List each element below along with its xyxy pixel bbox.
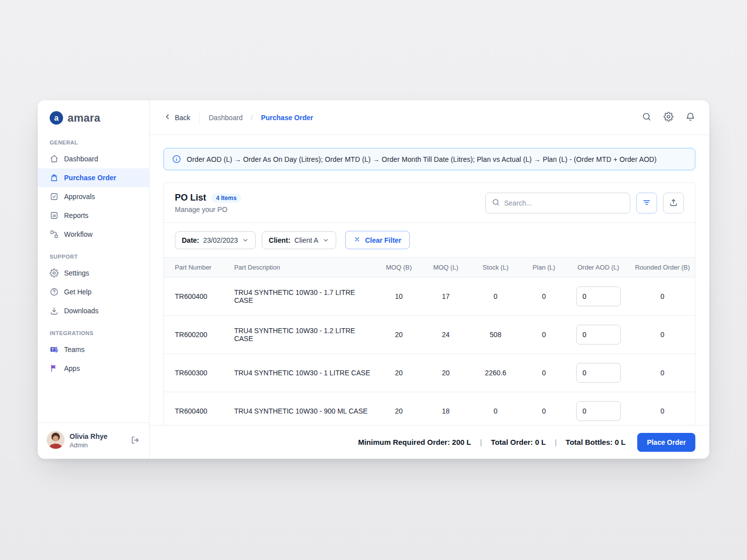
help-icon [50, 287, 59, 296]
sidebar-item-downloads[interactable]: Downloads [38, 301, 149, 320]
sidebar-item-workflow[interactable]: Workflow [38, 225, 149, 244]
sidebar-item-label: Settings [64, 269, 89, 277]
sidebar-item-label: Approvals [64, 193, 95, 201]
sidebar-item-apps[interactable]: Apps [38, 359, 149, 378]
search-input[interactable] [504, 199, 624, 207]
cell-part-number: TR600400 [164, 278, 229, 316]
sidebar-item-dashboard[interactable]: Dashboard [38, 149, 149, 168]
po-subtitle: Manage your PO [175, 206, 241, 213]
main-area: Back Dashboard / Purchase Order [149, 100, 709, 459]
settings-button[interactable] [664, 112, 673, 123]
search-button[interactable] [642, 112, 652, 123]
date-filter-value: 23/02/2023 [203, 236, 238, 244]
column-header-part-number: Part Number [164, 258, 229, 278]
sidebar-item-settings[interactable]: Settings [38, 264, 149, 282]
column-header-stock-l: Stock (L) [470, 258, 521, 278]
workflow-icon [50, 230, 59, 239]
cell-part-number: TR600300 [164, 354, 229, 392]
sidebar-item-label: Reports [64, 211, 88, 219]
po-list-header: PO List 4 Items Manage your PO [164, 183, 695, 222]
cell-part-number: TR600200 [164, 316, 229, 354]
logout-button[interactable] [131, 435, 140, 446]
cell-moq-b: 20 [376, 392, 422, 425]
logo-text: amara [68, 112, 100, 125]
notifications-button[interactable] [685, 112, 695, 123]
page-title: PO List [175, 193, 206, 203]
search-icon [642, 112, 652, 123]
bell-icon [685, 112, 695, 123]
logout-icon [131, 435, 140, 446]
cell-plan-l: 0 [521, 278, 566, 316]
breadcrumb-current: Purchase Order [261, 114, 313, 122]
upload-icon [669, 198, 678, 209]
sidebar-item-label: Purchase Order [64, 174, 116, 182]
cell-stock-l: 2260.6 [470, 354, 521, 392]
chevron-left-icon [163, 113, 171, 122]
logo-icon: a [50, 111, 63, 125]
info-banner: Order AOD (L) → Order As On Day (Litres)… [163, 148, 695, 170]
breadcrumb-separator: / [251, 114, 253, 122]
table-row: TR600300 TRU4 SYNTHETIC 10W30 - 1 LITRE … [164, 354, 695, 392]
back-button[interactable]: Back [163, 113, 190, 122]
approvals-icon [50, 192, 59, 201]
sidebar-item-get-help[interactable]: Get Help [38, 282, 149, 301]
cell-rounded-order-b: 0 [630, 316, 695, 354]
column-header-moq-b: MOQ (B) [376, 258, 422, 278]
breadcrumb-dashboard[interactable]: Dashboard [209, 114, 243, 122]
order-aod-input[interactable] [576, 401, 621, 421]
cell-moq-l: 18 [422, 392, 470, 425]
nav-section-label-support: SUPPORT [38, 244, 149, 264]
column-header-moq-l: MOQ (L) [422, 258, 470, 278]
sidebar-item-label: Downloads [64, 307, 98, 315]
filter-button[interactable] [636, 193, 657, 213]
clear-filter-button[interactable]: Clear Filter [345, 231, 410, 249]
client-filter-label: Client: [269, 236, 291, 244]
top-bar: Back Dashboard / Purchase Order [149, 100, 709, 135]
column-header-plan-l: Plan (L) [521, 258, 566, 278]
column-header-part-description: Part Description [229, 258, 376, 278]
client-filter-dropdown[interactable]: Client: Client A [262, 231, 336, 249]
order-aod-input[interactable] [576, 286, 621, 306]
cell-stock-l: 508 [470, 316, 521, 354]
cell-moq-l: 24 [422, 316, 470, 354]
cell-moq-b: 20 [376, 354, 422, 392]
info-icon [172, 154, 181, 164]
place-order-button[interactable]: Place Order [637, 433, 695, 452]
divider [199, 111, 200, 124]
order-aod-input[interactable] [576, 363, 621, 383]
sidebar-item-purchase-order[interactable]: Purchase Order [38, 168, 149, 187]
page-content: Order AOD (L) → Order As On Day (Litres)… [149, 135, 709, 425]
cell-moq-l: 20 [422, 354, 470, 392]
cell-stock-l: 0 [470, 278, 521, 316]
cell-moq-b: 20 [376, 316, 422, 354]
sidebar-item-label: Workflow [64, 230, 92, 238]
total-order: Total Order: 0 L [491, 438, 546, 446]
purchase-order-icon [50, 173, 59, 182]
column-header-rounded-order-b: Rounded Order (B) [630, 258, 695, 278]
cell-plan-l: 0 [521, 316, 566, 354]
cell-rounded-order-b: 0 [630, 278, 695, 316]
order-summary-bar: Minimum Required Order: 200 L | Total Or… [149, 425, 709, 459]
cell-stock-l: 0 [470, 392, 521, 425]
close-icon [354, 236, 361, 244]
order-aod-input[interactable] [576, 325, 621, 345]
settings-icon [50, 269, 59, 278]
search-icon [492, 198, 500, 209]
user-role: Admin [70, 441, 107, 449]
sidebar-item-teams[interactable]: Teams [38, 340, 149, 359]
sidebar-item-approvals[interactable]: Approvals [38, 187, 149, 206]
date-filter-dropdown[interactable]: Date: 23/02/2023 [175, 231, 256, 249]
column-header-order-aod-l: Order AOD (L) [567, 258, 630, 278]
export-button[interactable] [663, 193, 684, 213]
summary-divider: | [480, 438, 482, 446]
sidebar-item-label: Dashboard [64, 155, 98, 163]
sidebar-item-label: Teams [64, 346, 84, 353]
search-box[interactable] [485, 193, 630, 213]
client-filter-value: Client A [295, 236, 318, 244]
home-icon [50, 154, 59, 163]
cell-part-description: TRU4 SYNTHETIC 10W30 - 1 LITRE CASE [229, 354, 376, 392]
sidebar-item-reports[interactable]: Reports [38, 206, 149, 225]
chevron-down-icon [322, 237, 329, 244]
cell-moq-l: 17 [422, 278, 470, 316]
po-list-card: PO List 4 Items Manage your PO [163, 182, 695, 425]
